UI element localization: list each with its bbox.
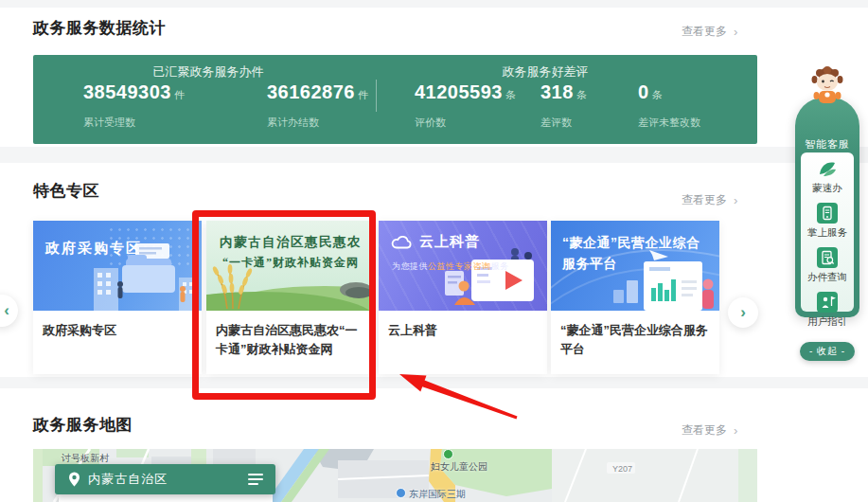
video-screen-illustration: [434, 244, 547, 311]
location-pin-icon: [68, 472, 80, 487]
map-label-village: 讨号板新村: [62, 452, 109, 465]
annotation-arrow: [383, 365, 530, 426]
stat-completed: 36162876件 累计办结数: [267, 81, 368, 130]
subtitle-prefix: 为您提供: [392, 261, 428, 271]
subtitle-highlight: 公益性专家咨询: [428, 261, 491, 271]
stat-unit: 件: [174, 89, 185, 100]
assistant-collapse-button[interactable]: - 收起 -: [800, 342, 855, 361]
stat-label: 累计办结数: [267, 116, 368, 130]
top-gray-strip: [0, 0, 868, 8]
park-poi-icon: [443, 449, 453, 459]
card-banner: 云上科普 为您提供公益性专家咨询服务: [379, 221, 547, 311]
stats-banner: 已汇聚政务服务办件 政务服务好差评 38549303件 累计受理数 361628…: [33, 55, 757, 144]
chevron-right-icon: ›: [734, 424, 737, 437]
card-banner: 政府采购专区: [33, 221, 202, 311]
stat-unit: 条: [505, 89, 516, 100]
map-more-link[interactable]: 查看更多 ›: [682, 422, 737, 439]
more-label: 查看更多: [682, 192, 727, 208]
mascot-avatar[interactable]: [808, 66, 846, 106]
map-label-road: Y207: [612, 464, 632, 474]
page: 政务服务数据统计 查看更多 › 已汇聚政务服务办件 政务服务好差评 385493…: [0, 0, 868, 502]
buildings-folder-illustration: [79, 240, 202, 311]
carousel-next-button[interactable]: ›: [728, 297, 758, 328]
carousel-prev-button[interactable]: ‹: [0, 295, 18, 327]
stat-value: 0: [638, 81, 649, 102]
stat-bad-reviews: 318条 差评数: [540, 81, 587, 130]
assistant-panel: 蒙速办 掌上服务: [801, 152, 854, 312]
assistant-item-mobile-services[interactable]: 掌上服务: [801, 203, 854, 240]
card-mengqitong[interactable]: “蒙企通”民营企业综合服务平台 “蒙企通”民营企业综合服务平台: [551, 221, 719, 374]
section-gap-1: [0, 147, 868, 163]
stats-group-header-ratings: 政务服务好差评: [389, 63, 701, 81]
assistant-item-user-guide[interactable]: 用户指引: [801, 292, 854, 329]
banner-title: “蒙企通”民营企业综合服务平台: [562, 233, 712, 274]
card-caption: 云上科普: [379, 311, 547, 340]
guide-icon: [817, 292, 838, 313]
more-label: 查看更多: [682, 24, 727, 40]
stat-accepted: 38549303件 累计受理数: [83, 81, 185, 130]
chevron-right-icon: ›: [734, 26, 737, 38]
stat-label: 评价数: [415, 116, 516, 130]
stat-unit: 件: [358, 89, 368, 100]
stat-unit: 条: [652, 89, 663, 100]
map-region-selector[interactable]: 内蒙古自治区: [55, 464, 275, 494]
stats-more-link[interactable]: 查看更多 ›: [682, 24, 737, 40]
stat-value: 36162876: [267, 81, 355, 102]
card-cloud-science[interactable]: 云上科普 为您提供公益性专家咨询服务 云上科普: [379, 221, 547, 374]
stats-divider: [376, 80, 377, 112]
assistant-item-label: 掌上服务: [807, 226, 847, 240]
stat-unrectified: 0条 差评未整改数: [638, 81, 700, 130]
chevron-right-icon: ›: [740, 303, 746, 322]
annotation-highlight-box: [192, 210, 376, 400]
stat-label: 差评数: [540, 116, 587, 130]
card-banner: “蒙企通”民营企业综合服务平台: [551, 221, 719, 311]
stat-label: 累计受理数: [83, 116, 185, 130]
assistant-item-mengsuban[interactable]: 蒙速办: [801, 158, 854, 195]
map-label-park: 妇女儿童公园: [431, 460, 487, 474]
assistant-header: 智能客服: [795, 137, 859, 152]
assistant-item-label: 办件查询: [807, 271, 847, 284]
map-list-toggle-icon[interactable]: [248, 474, 263, 486]
card-gov-procurement[interactable]: 政府采购专区 政府采购专区: [33, 221, 202, 374]
service-map[interactable]: 讨号板新村 妇女儿童公园 东岸国际三期 Y207 内蒙古自治区: [33, 449, 757, 502]
stat-value: 318: [540, 81, 574, 102]
stat-unit: 条: [576, 89, 587, 100]
featured-more-link[interactable]: 查看更多 ›: [682, 192, 737, 208]
stat-label: 差评未整改数: [638, 116, 700, 130]
featured-section-title: 特色专区: [33, 180, 99, 202]
stats-section-title: 政务服务数据统计: [33, 17, 166, 39]
estate-poi-icon: [396, 488, 406, 498]
stats-group-header-handled: 已汇聚政务服务办件: [52, 63, 364, 81]
map-label-estate: 东岸国际三期: [409, 488, 466, 501]
map-section-title: 政务服务地图: [33, 414, 133, 436]
banner-subtitle: 为您提供公益性专家咨询服务: [392, 260, 509, 273]
more-label: 查看更多: [682, 422, 727, 439]
stat-evaluations: 41205593条 评价数: [415, 81, 516, 130]
phone-icon: [817, 203, 838, 224]
stat-value: 41205593: [415, 81, 503, 102]
card-caption: “蒙企通”民营企业综合服务平台: [551, 311, 719, 358]
chevron-left-icon: ‹: [4, 301, 9, 320]
subtitle-suffix: 服务: [491, 261, 509, 271]
card-caption: 政府采购专区: [33, 311, 202, 340]
cloud-icon: [391, 235, 414, 249]
assistant-body: 智能客服 蒙速办 掌上: [795, 98, 859, 317]
assistant-item-label: 蒙速办: [812, 182, 842, 195]
stat-value: 38549303: [83, 81, 171, 102]
chevron-right-icon: ›: [734, 194, 737, 206]
assistant-item-label: 用户指引: [807, 315, 847, 329]
app-logo-icon: [816, 158, 839, 179]
banner-title: 云上科普: [419, 233, 480, 251]
document-search-icon: [817, 247, 838, 268]
assistant-item-case-query[interactable]: 办件查询: [801, 247, 854, 284]
map-region-label: 内蒙古自治区: [88, 471, 168, 488]
map-dropdown-panel: [59, 494, 273, 502]
